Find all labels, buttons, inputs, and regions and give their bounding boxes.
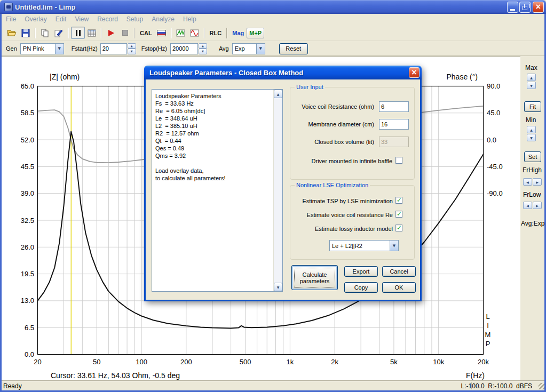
- cal-button[interactable]: CAL: [137, 30, 155, 36]
- toolbar-separator: [35, 28, 36, 38]
- gen-label: Gen: [6, 45, 17, 52]
- pen-button[interactable]: [52, 27, 66, 39]
- scroll-up-button[interactable]: [274, 90, 282, 98]
- spin-up-icon[interactable]: [128, 43, 136, 49]
- closed-box-volume-label: Closed box volume (lit): [294, 139, 374, 145]
- set-button[interactable]: Set: [524, 151, 541, 162]
- results-scrollbar[interactable]: [273, 90, 282, 291]
- cursor-readout: Cursor: 33.61 Hz, 54.03 Ohm, -0.5 deg: [51, 371, 180, 380]
- spin-down-icon[interactable]: [128, 49, 136, 54]
- waveform-button[interactable]: [174, 27, 188, 39]
- spin-up-icon[interactable]: [199, 43, 207, 49]
- dialog-titlebar[interactable]: Loudspeaker Parameters - Closed Box Meth…: [144, 66, 422, 79]
- cancel-button[interactable]: Cancel: [382, 266, 416, 277]
- flag-button[interactable]: [155, 27, 169, 39]
- chevron-down-icon[interactable]: [55, 44, 64, 54]
- frhigh-left-button[interactable]: [523, 178, 532, 186]
- closed-box-volume-input: [379, 137, 409, 147]
- export-button[interactable]: Export: [344, 266, 378, 277]
- menu-edit[interactable]: Edit: [51, 14, 71, 25]
- dialog-close-button[interactable]: [409, 67, 420, 78]
- membrane-diameter-label: Membrane diameter (cm): [294, 121, 374, 127]
- max-down-button[interactable]: [527, 82, 536, 89]
- toolbar-separator: [134, 28, 135, 38]
- mag-button[interactable]: Mag: [230, 30, 247, 36]
- voice-coil-resistance-input[interactable]: [379, 101, 409, 112]
- svg-text:6.5: 6.5: [25, 324, 34, 332]
- mag-phase-button[interactable]: M+P: [247, 28, 264, 38]
- reset-button[interactable]: Reset: [279, 43, 308, 54]
- chevron-down-icon[interactable]: [390, 241, 398, 251]
- svg-text:65.0: 65.0: [21, 82, 34, 90]
- svg-text:45.0: 45.0: [487, 109, 500, 117]
- menu-file[interactable]: File: [2, 14, 20, 25]
- svg-text:10k: 10k: [433, 358, 444, 366]
- fstop-label: Fstop(Hz): [141, 45, 167, 52]
- restore-button[interactable]: [519, 2, 531, 13]
- fstart-input[interactable]: [100, 43, 127, 54]
- play-button[interactable]: [104, 27, 118, 39]
- min-down-button[interactable]: [527, 134, 536, 141]
- pause-button[interactable]: [71, 27, 85, 39]
- fstop-spinner: [199, 43, 207, 54]
- menu-view[interactable]: View: [70, 14, 93, 25]
- save-button[interactable]: [19, 27, 33, 39]
- limp-watermark: L I M P: [484, 312, 492, 348]
- close-icon: [536, 2, 541, 12]
- max-up-button[interactable]: [527, 74, 536, 81]
- sine-button[interactable]: [188, 27, 202, 39]
- copy-button[interactable]: [38, 27, 52, 39]
- toolbar-separator: [101, 28, 102, 38]
- menu-overlay[interactable]: Overlay: [20, 14, 51, 25]
- close-button[interactable]: [533, 2, 544, 13]
- svg-text:500: 500: [240, 358, 251, 366]
- play-icon: [108, 30, 114, 36]
- estimate-tsp-checkbox[interactable]: [395, 197, 402, 204]
- frhigh-label: FrHigh: [523, 166, 542, 174]
- table-button[interactable]: [85, 27, 99, 39]
- menu-analyze[interactable]: Analyze: [147, 14, 179, 25]
- infinite-baffle-checkbox[interactable]: [395, 157, 402, 164]
- fstart-spinner: [128, 43, 136, 54]
- limp-app-window: Untitled.lim - Limp File Overlay Edit Vi…: [0, 0, 546, 392]
- menu-setup[interactable]: Setup: [122, 14, 147, 25]
- svg-text:20k: 20k: [478, 358, 489, 366]
- menu-record[interactable]: Record: [93, 14, 122, 25]
- x-axis-title: F(Hz): [453, 371, 485, 380]
- estimate-re-checkbox[interactable]: [395, 211, 402, 218]
- chevron-down-icon[interactable]: [256, 44, 265, 54]
- titlebar[interactable]: Untitled.lim - Limp: [0, 0, 546, 14]
- rlc-button[interactable]: RLC: [207, 30, 225, 36]
- frhigh-right-button[interactable]: [533, 178, 542, 186]
- scroll-down-button[interactable]: [274, 283, 282, 291]
- table-icon: [88, 29, 96, 37]
- svg-text:-45.0: -45.0: [487, 163, 503, 171]
- gen-select[interactable]: PN Pink: [20, 43, 64, 54]
- svg-text:0.0: 0.0: [25, 350, 34, 358]
- fit-button[interactable]: Fit: [524, 101, 541, 112]
- frlow-left-button[interactable]: [523, 202, 532, 209]
- fstop-input[interactable]: [170, 43, 198, 54]
- save-icon: [21, 29, 30, 37]
- frlow-right-button[interactable]: [533, 202, 542, 209]
- copy-button-dialog[interactable]: Copy: [344, 282, 378, 293]
- ok-button[interactable]: OK: [382, 282, 416, 293]
- stop-button[interactable]: [118, 27, 132, 39]
- parameters-output[interactable]: Loudspeaker Parameters Fs = 33.63 Hz Re …: [152, 89, 283, 292]
- membrane-diameter-input[interactable]: [379, 119, 409, 130]
- estimate-inductor-checkbox[interactable]: [395, 225, 402, 231]
- min-up-button[interactable]: [527, 126, 536, 133]
- pause-icon: [76, 30, 81, 36]
- menu-help[interactable]: Help: [179, 14, 201, 25]
- pen-icon: [54, 29, 63, 37]
- window-border-left: [0, 14, 2, 390]
- spin-down-icon[interactable]: [199, 49, 207, 54]
- calculate-parameters-button[interactable]: Calculate parameters: [291, 265, 338, 290]
- svg-text:32.5: 32.5: [21, 217, 34, 225]
- lse-group-label: Nonlinear LSE Optimization: [295, 182, 370, 188]
- inductor-model-select[interactable]: Le + L2||R2: [329, 240, 399, 251]
- user-input-group-label: User Input: [295, 84, 325, 90]
- open-button[interactable]: [5, 27, 19, 39]
- minimize-button[interactable]: [507, 2, 518, 13]
- avg-select[interactable]: Exp: [232, 43, 265, 54]
